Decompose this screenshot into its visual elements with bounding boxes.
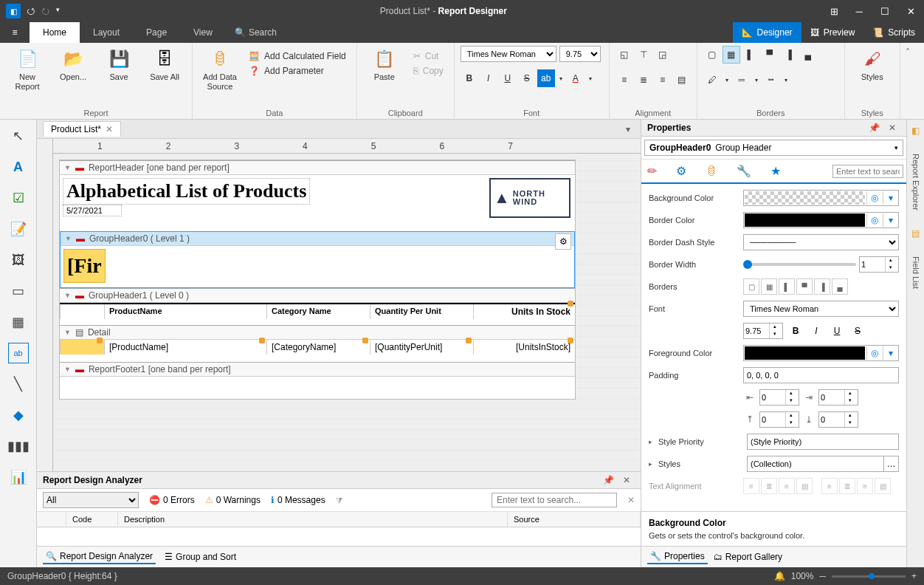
error-count[interactable]: ⛔0 Errors	[149, 495, 195, 505]
pad-left-input[interactable]	[760, 390, 785, 405]
pin-icon[interactable]: 📌	[599, 475, 618, 485]
tab-field-list[interactable]: Field List	[910, 253, 922, 292]
zoom-slider[interactable]	[832, 575, 906, 578]
tab-layout[interactable]: Layout	[80, 22, 133, 43]
pad-right-input[interactable]	[819, 390, 844, 405]
close-icon[interactable]: ✕	[904, 6, 918, 17]
bg-color-editor[interactable]: ◎▾	[743, 190, 899, 206]
cut-button[interactable]: ✂Cut	[409, 49, 448, 64]
band-group-header-0[interactable]: ▼▬GroupHeader0 ( Level 1 ) ⚙ [Fir	[60, 231, 575, 288]
redo-icon[interactable]: ⭮	[41, 6, 50, 16]
align-justify[interactable]: ▤	[673, 71, 691, 89]
cell-category[interactable]: [CategoryName]	[266, 340, 370, 355]
style-priority-value[interactable]	[747, 434, 899, 450]
tab-designer[interactable]: 📐 Designer	[733, 22, 801, 43]
close-icon[interactable]: ✕	[618, 475, 635, 485]
align-center[interactable]: ≣	[635, 71, 652, 89]
cell-spacer[interactable]	[60, 340, 104, 355]
label-tool[interactable]: A	[8, 157, 29, 177]
padding-input[interactable]	[743, 367, 899, 383]
filter-icon[interactable]: ⧩	[336, 496, 342, 505]
save-all-button[interactable]: 🗄Save All	[143, 46, 186, 82]
checkbox-tool[interactable]: ☑	[8, 188, 29, 208]
character-comb-tool[interactable]: ab	[8, 343, 29, 363]
font-select[interactable]: Times New Roman	[743, 301, 899, 317]
border-width-dropdown[interactable]: ▾	[752, 71, 761, 89]
logo-image[interactable]: ▲ NORTHWIND	[489, 178, 570, 218]
design-surface[interactable]: 123 456 7 ▼▬ReportHeader [one band per r…	[37, 139, 641, 471]
dash-style-select[interactable]: ────────	[743, 234, 899, 250]
border-color-editor[interactable]: ◎▾	[743, 212, 899, 228]
borders-editor[interactable]: ▢▦▌▀▐▄	[743, 278, 899, 295]
cat-appearance-icon[interactable]: ✏	[644, 160, 660, 182]
panel-tool[interactable]: ▭	[8, 281, 29, 301]
col-description[interactable]: Description	[118, 512, 508, 527]
pad-bottom-input[interactable]	[819, 412, 844, 427]
report-canvas[interactable]: ▼▬ReportHeader [one band per report] Alp…	[59, 160, 576, 400]
close-icon[interactable]: ✕	[884, 123, 900, 133]
open-button[interactable]: 📂Open...	[52, 46, 94, 82]
save-button[interactable]: 💾Save	[97, 46, 140, 82]
close-tab-icon[interactable]: ✕	[106, 124, 113, 134]
cat-data-icon[interactable]: 🛢	[703, 160, 720, 182]
barcode-tool[interactable]: ▮▮▮	[8, 436, 29, 456]
color-picker-icon[interactable]: ◎	[866, 213, 881, 227]
tab-group-sort[interactable]: ☰Group and Sort	[162, 550, 239, 564]
cat-behavior-icon[interactable]: ⚙	[673, 160, 689, 182]
add-calc-field-button[interactable]: 🧮Add Calculated Field	[244, 49, 351, 64]
border-width-slider[interactable]: ▴▾	[743, 256, 899, 273]
text-align-editor[interactable]: ≡≣≡▤ ≡≣≡▤	[743, 478, 899, 494]
border-style-dropdown[interactable]: ▾	[782, 71, 790, 89]
color-picker-icon[interactable]: ◎	[866, 191, 881, 205]
document-tab[interactable]: Product List* ✕	[43, 121, 121, 137]
align-left[interactable]: ≡	[616, 71, 633, 89]
tab-scripts[interactable]: 📜 Scripts	[863, 22, 924, 43]
report-date-label[interactable]: 5/27/2021	[63, 205, 122, 216]
analyzer-search-input[interactable]	[492, 493, 617, 507]
tab-report-explorer[interactable]: Report Explorer	[910, 151, 922, 213]
ribbon-collapse-icon[interactable]: ˄	[900, 43, 915, 119]
paste-button[interactable]: 📋Paste	[363, 46, 406, 82]
ellipsis-button[interactable]: …	[884, 456, 899, 472]
message-count[interactable]: ℹ0 Messages	[271, 495, 325, 505]
tab-page[interactable]: Page	[133, 22, 180, 43]
italic-toggle[interactable]: I	[808, 323, 824, 339]
cat-favorites-icon[interactable]: ★	[768, 160, 784, 182]
clear-search-icon[interactable]: ✕	[627, 495, 635, 505]
copy-button[interactable]: ⎘Copy	[409, 64, 448, 78]
border-left[interactable]: ▌	[742, 46, 759, 64]
styles-value[interactable]	[747, 456, 884, 472]
band-report-footer[interactable]: ▼▬ReportFooter1 [one band per report]	[60, 362, 575, 399]
font-color-dropdown-icon[interactable]: ▾	[586, 69, 595, 87]
maximize-icon[interactable]: ☐	[878, 6, 892, 17]
tab-report-gallery[interactable]: 🗂Report Gallery	[711, 550, 785, 564]
file-menu-icon[interactable]: ≡	[0, 22, 30, 43]
align-top-center[interactable]: ⊤	[635, 46, 652, 64]
highlight-button[interactable]: ab	[537, 69, 555, 87]
band-group-header-1[interactable]: ▼▬GroupHeader1 ( Level 0 ) ProductName C…	[60, 288, 575, 325]
col-code[interactable]: Code	[66, 512, 118, 527]
new-report-button[interactable]: 📄New Report	[6, 46, 49, 92]
tab-view[interactable]: View	[180, 22, 226, 43]
border-right[interactable]: ▐	[780, 46, 798, 64]
border-color-dropdown[interactable]: ▾	[723, 71, 731, 89]
add-parameter-button[interactable]: ❓Add Parameter	[244, 64, 351, 78]
line-tool[interactable]: ╲	[8, 374, 29, 394]
shape-tool[interactable]: ◆	[8, 405, 29, 425]
picture-tool[interactable]: 🖼	[8, 250, 29, 270]
col-qty[interactable]: Quantity Per Unit	[370, 304, 473, 319]
property-search-input[interactable]	[832, 165, 903, 178]
border-width-input[interactable]	[860, 257, 885, 272]
border-width-button[interactable]: ═	[733, 71, 751, 89]
tab-properties[interactable]: 🔧Properties	[647, 550, 708, 564]
explorer-icon[interactable]: ◧	[911, 126, 920, 136]
table-tool[interactable]: ▦	[8, 312, 29, 332]
cell-qty[interactable]: [QuantityPerUnit]	[370, 340, 473, 355]
zoom-out-icon[interactable]: ─	[819, 571, 826, 581]
font-color-button[interactable]: A	[567, 69, 585, 87]
first-letter-label[interactable]: [Fir	[63, 249, 106, 283]
font-name-select[interactable]: Times New Roman	[461, 46, 556, 62]
bold-button[interactable]: B	[461, 69, 478, 87]
cat-design-icon[interactable]: 🔧	[734, 160, 754, 182]
pad-top-input[interactable]	[760, 412, 785, 427]
